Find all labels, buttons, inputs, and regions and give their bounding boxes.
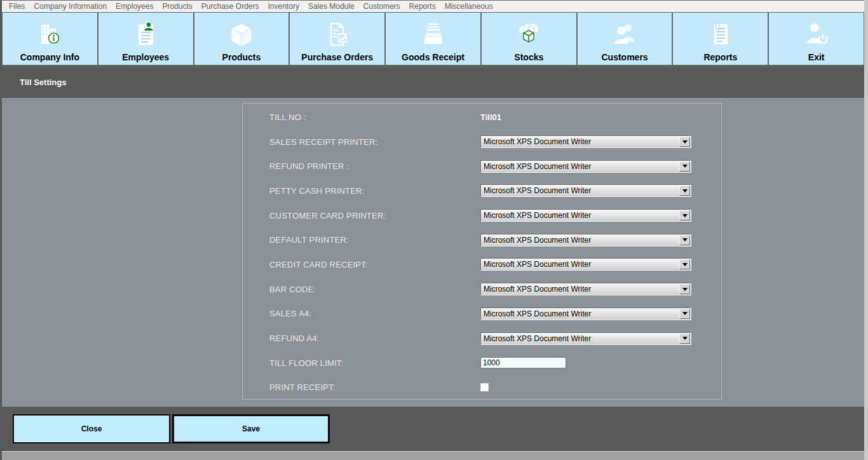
menu-products[interactable]: Products (158, 2, 196, 11)
field-label: PRINT RECEIPT: (269, 382, 480, 392)
toolbar-label: Exit (808, 52, 825, 62)
toolbar-label: Customers (602, 52, 648, 62)
till-floor-limit-input[interactable] (480, 357, 566, 369)
field-label: BAR CODE: (269, 285, 480, 294)
toolbar-label: Products (222, 52, 261, 62)
dropdown-value: Microsoft XPS Document Writer (481, 283, 679, 295)
chevron-down-icon[interactable] (679, 137, 690, 147)
toolbar-stocks-button[interactable]: Stocks (482, 13, 576, 65)
company-info-icon (34, 20, 65, 50)
toolbar: Company Info Employees (2, 12, 864, 67)
default-printer-row: DEFAULT PRINTER: Microsoft XPS Document … (243, 227, 721, 252)
menu-purchase-orders[interactable]: Purchase Orders (197, 2, 264, 11)
dropdown-value: Microsoft XPS Document Writer (481, 161, 679, 172)
petty-cash-printer-dropdown[interactable]: Microsoft XPS Document Writer (480, 184, 691, 197)
chevron-down-icon[interactable] (679, 161, 690, 172)
menu-company-information[interactable]: Company Information (29, 2, 111, 11)
refund-a4-dropdown[interactable]: Microsoft XPS Document Writer (480, 332, 691, 345)
field-label: SALES RECEIPT PRINTER: (269, 137, 480, 147)
menu-sales-module[interactable]: Sales Module (304, 2, 359, 11)
field-label: TILL NO : (269, 112, 480, 122)
chevron-down-icon[interactable] (679, 186, 690, 196)
toolbar-label: Company Info (20, 52, 79, 62)
stocks-icon (513, 20, 544, 50)
toolbar-label: Employees (122, 52, 169, 62)
chevron-down-icon[interactable] (679, 259, 690, 269)
field-label: DEFAULT PRINTER: (269, 235, 480, 245)
customers-icon (609, 20, 640, 50)
menu-customers[interactable]: Customers (359, 2, 405, 11)
print-receipt-checkbox[interactable] (480, 383, 489, 391)
chevron-down-icon[interactable] (679, 334, 690, 344)
customer-card-printer-dropdown[interactable]: Microsoft XPS Document Writer (480, 209, 691, 222)
products-icon (226, 20, 257, 50)
window-bottom-frame (2, 451, 864, 460)
toolbar-goods-receipt-button[interactable]: Goods Receipt (386, 13, 480, 65)
menu-miscellaneous[interactable]: Miscellaneous (440, 2, 498, 11)
toolbar-customers-button[interactable]: Customers (578, 13, 672, 65)
footer-bar: Close Save (2, 407, 864, 451)
field-label: CUSTOMER CARD PRINTER: (269, 211, 480, 220)
menu-reports[interactable]: Reports (405, 2, 440, 11)
app-window: Files Company Information Employees Prod… (0, 0, 868, 460)
employees-icon (130, 20, 161, 50)
customer-card-printer-row: CUSTOMER CARD PRINTER: Microsoft XPS Doc… (243, 203, 721, 228)
refund-a4-row: REFUND A4: Microsoft XPS Document Writer (243, 326, 721, 351)
toolbar-company-info-button[interactable]: Company Info (3, 13, 97, 65)
toolbar-label: Reports (703, 52, 737, 62)
close-button[interactable]: Close (13, 414, 170, 443)
bar-code-dropdown[interactable]: Microsoft XPS Document Writer (480, 283, 691, 295)
field-label: TILL FLOOR LIMIT: (269, 358, 480, 368)
dropdown-value: Microsoft XPS Document Writer (481, 333, 679, 344)
menu-employees[interactable]: Employees (111, 2, 158, 11)
page-header: Till Settings (2, 67, 864, 98)
dropdown-value: Microsoft XPS Document Writer (481, 234, 679, 246)
toolbar-products-button[interactable]: Products (194, 13, 289, 65)
credit-card-receipt-dropdown[interactable]: Microsoft XPS Document Writer (480, 258, 691, 271)
menu-files[interactable]: Files (4, 2, 29, 11)
save-button[interactable]: Save (172, 414, 330, 443)
dropdown-value: Microsoft XPS Document Writer (481, 210, 679, 221)
field-label: REFUND PRINTER : (269, 161, 480, 171)
purchase-orders-icon (322, 20, 353, 50)
till-no-value: Till01 (480, 112, 501, 122)
sales-a4-row: SALES A4: Microsoft XPS Document Writer (243, 302, 721, 327)
toolbar-label: Purchase Orders (301, 52, 373, 62)
refund-printer-row: REFUND PRINTER : Microsoft XPS Document … (243, 154, 721, 179)
till-no-row: TILL NO : Till01 (243, 105, 721, 130)
sales-receipt-printer-row: SALES RECEIPT PRINTER: Microsoft XPS Doc… (243, 130, 721, 154)
dropdown-value: Microsoft XPS Document Writer (481, 308, 679, 320)
menu-inventory[interactable]: Inventory (264, 2, 304, 11)
field-label: PETTY CASH PRINTER: (269, 186, 480, 196)
till-settings-panel: TILL NO : Till01 SALES RECEIPT PRINTER: … (242, 103, 722, 400)
dropdown-value: Microsoft XPS Document Writer (481, 259, 679, 270)
toolbar-purchase-orders-button[interactable]: Purchase Orders (290, 13, 384, 65)
page-title: Till Settings (20, 78, 66, 87)
default-printer-dropdown[interactable]: Microsoft XPS Document Writer (480, 234, 691, 247)
dropdown-value: Microsoft XPS Document Writer (481, 185, 679, 196)
sales-a4-dropdown[interactable]: Microsoft XPS Document Writer (480, 308, 691, 320)
toolbar-employees-button[interactable]: Employees (98, 13, 193, 65)
till-floor-limit-row: TILL FLOOR LIMIT: (243, 351, 721, 375)
toolbar-label: Goods Receipt (402, 52, 465, 62)
bar-code-row: BAR CODE: Microsoft XPS Document Writer (243, 277, 721, 302)
credit-card-receipt-row: CREDIT CARD RECEIPT: Microsoft XPS Docum… (243, 252, 721, 277)
dropdown-value: Microsoft XPS Document Writer (481, 136, 679, 147)
goods-receipt-icon (418, 20, 449, 50)
chevron-down-icon[interactable] (679, 210, 690, 220)
petty-cash-printer-row: PETTY CASH PRINTER: Microsoft XPS Docume… (243, 179, 721, 203)
toolbar-exit-button[interactable]: Exit (769, 13, 864, 65)
menu-bar: Files Company Information Employees Prod… (2, 0, 864, 12)
refund-printer-dropdown[interactable]: Microsoft XPS Document Writer (480, 160, 691, 173)
exit-icon (801, 20, 832, 50)
chevron-down-icon[interactable] (679, 309, 690, 319)
chevron-down-icon[interactable] (679, 235, 690, 245)
field-label: CREDIT CARD RECEIPT: (269, 260, 480, 269)
field-label: REFUND A4: (269, 334, 480, 343)
field-label: SALES A4: (269, 309, 480, 318)
chevron-down-icon[interactable] (679, 284, 690, 294)
sales-receipt-printer-dropdown[interactable]: Microsoft XPS Document Writer (480, 135, 691, 148)
print-receipt-row: PRINT RECEIPT: (243, 375, 721, 400)
toolbar-label: Stocks (514, 52, 543, 62)
toolbar-reports-button[interactable]: Reports (673, 13, 768, 65)
